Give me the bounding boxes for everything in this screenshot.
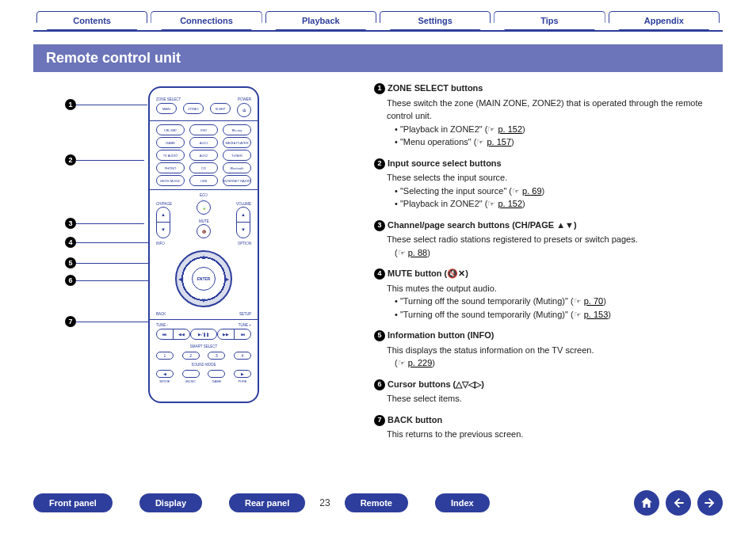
bullet-1: 1: [374, 83, 385, 94]
btn-dvd[interactable]: DVD: [189, 124, 218, 135]
btn-front-panel[interactable]: Front panel: [33, 493, 113, 512]
item-2: 2 Input source select buttonsThese selec…: [374, 157, 723, 211]
home-icon[interactable]: [634, 490, 659, 516]
btn-chpage[interactable]: ▲▼: [156, 207, 170, 238]
btn-game[interactable]: GAME: [156, 137, 185, 148]
btn-cblsat[interactable]: CBL/SAT: [156, 124, 185, 135]
btn-rear-panel[interactable]: Rear panel: [229, 493, 305, 512]
remote-wrap: ZONE SELECTPOWER MAIN ZONE2 SLEEP ⏻ CBL/…: [148, 86, 259, 449]
callout-2: 2: [65, 154, 144, 166]
btn-display[interactable]: Display: [139, 493, 202, 512]
callout-7: 7: [65, 316, 149, 327]
prev-page-icon[interactable]: [666, 490, 691, 516]
remote-body: ZONE SELECTPOWER MAIN ZONE2 SLEEP ⏻ CBL/…: [148, 86, 259, 403]
item-body: This returns to the previous screen.: [387, 428, 723, 441]
btn-pure[interactable]: ▶: [234, 370, 251, 378]
page-number: 23: [319, 497, 330, 508]
remote-illustration-area: 1 2 3 4 5 6 7 ZONE SELECTPOWER MAIN ZONE…: [33, 82, 374, 449]
item-body: These selects the input source.• "Select…: [387, 171, 723, 211]
top-nav-bar: Contents Connections Playback Settings T…: [0, 0, 756, 30]
item-3: 3 Channel/page search buttons (CH/PAGE ▲…: [374, 219, 723, 260]
bullet-3: 3: [374, 220, 385, 231]
tab-appendix[interactable]: Appendix: [609, 11, 720, 30]
chpage: CH/PAGE ▲▼: [156, 201, 172, 238]
item-body: These select items.: [387, 392, 723, 405]
btn-index[interactable]: Index: [435, 493, 490, 512]
tab-playback[interactable]: Playback: [265, 11, 376, 30]
page-link[interactable]: p. 229: [408, 358, 433, 367]
btn-enter[interactable]: ENTER: [192, 267, 216, 291]
tab-connections[interactable]: Connections: [151, 11, 262, 30]
bullet-6: 6: [374, 379, 385, 390]
item-body: This mutes the output audio.• "Turning o…: [387, 282, 723, 322]
main-content: 1 2 3 4 5 6 7 ZONE SELECTPOWER MAIN ZONE…: [0, 72, 756, 449]
page-link[interactable]: p. 69: [522, 186, 541, 196]
callout-3: 3: [65, 218, 144, 229]
tab-settings[interactable]: Settings: [380, 11, 491, 30]
nav-underline: [33, 30, 723, 32]
btn-power[interactable]: ⏻: [237, 103, 251, 117]
btn-smart-2[interactable]: 2: [182, 352, 200, 360]
btn-bluray[interactable]: Blu-ray: [223, 124, 251, 135]
btn-game-sm[interactable]: [208, 370, 225, 378]
item-body: These select radio stations registered t…: [387, 233, 723, 259]
btn-mute[interactable]: 🔇: [197, 224, 211, 238]
item-7: 7 BACK buttonThis returns to the previou…: [374, 413, 723, 441]
btn-tune-next[interactable]: ▶▶⏭: [217, 329, 251, 340]
btn-cd[interactable]: CD: [189, 162, 218, 173]
tab-contents[interactable]: Contents: [36, 11, 147, 30]
btn-tuner[interactable]: TUNER: [223, 150, 251, 161]
btn-music[interactable]: [182, 370, 200, 378]
page-link[interactable]: p. 70: [584, 296, 603, 306]
btn-volume[interactable]: ▲▼: [236, 207, 250, 238]
page-link[interactable]: p. 152: [498, 199, 522, 208]
callout-1: 1: [65, 99, 147, 110]
page-link[interactable]: p. 153: [584, 310, 609, 319]
page-link[interactable]: p. 157: [487, 137, 511, 147]
btn-aux2[interactable]: AUX2: [189, 150, 218, 161]
item-body: These switch the zone (MAIN ZONE, ZONE2)…: [387, 97, 723, 149]
btn-heos[interactable]: HEOS MUSIC: [156, 175, 185, 186]
page-title: Remote control unit: [33, 44, 723, 72]
item-6: 6 Cursor buttons (△▽◁▷)These select item…: [374, 378, 723, 405]
btn-usb[interactable]: USB: [189, 175, 218, 186]
btn-smart-3[interactable]: 3: [208, 352, 225, 360]
tab-tips[interactable]: Tips: [494, 11, 605, 30]
btn-sleep[interactable]: SLEEP: [210, 103, 231, 114]
item-5: 5 Information button (INFO)This displays…: [374, 329, 723, 370]
btn-eco[interactable]: 🍃: [197, 200, 211, 215]
volume: VOLUME ▲▼: [236, 201, 251, 238]
btn-play[interactable]: ▶/❚❚: [190, 329, 218, 340]
btn-tvaudio[interactable]: TV AUDIO: [156, 150, 185, 161]
btn-remote[interactable]: Remote: [345, 493, 408, 512]
next-page-icon[interactable]: [697, 490, 723, 516]
bullet-5: 5: [374, 330, 385, 341]
btn-phono[interactable]: PHONO: [156, 162, 185, 173]
btn-aux1[interactable]: AUX1: [189, 137, 218, 148]
btn-main[interactable]: MAIN: [156, 103, 177, 114]
btn-tune-prev[interactable]: ⏮◀◀: [156, 329, 190, 340]
bullet-4: 4: [374, 268, 385, 280]
btn-media[interactable]: MEDIA PLAYER: [223, 137, 251, 148]
callout-5: 5: [65, 257, 149, 268]
cursor-pad[interactable]: ▲▼◀▶ ENTER: [175, 250, 232, 307]
bullet-2: 2: [374, 158, 385, 169]
description-list: 1 ZONE SELECT buttonsThese switch the zo…: [374, 82, 723, 449]
btn-movie[interactable]: ◀: [156, 370, 174, 378]
btn-smart-4[interactable]: 4: [234, 352, 251, 360]
btn-zone2[interactable]: ZONE2: [183, 103, 204, 114]
item-body: This displays the status information on …: [387, 344, 723, 370]
bottom-bar: Front panel Display Rear panel 23 Remote…: [0, 490, 756, 516]
item-4: 4 MUTE button (🔇✕)This mutes the output …: [374, 267, 723, 321]
btn-bt[interactable]: Bluetooth: [223, 162, 251, 173]
page-link[interactable]: p. 152: [498, 124, 522, 134]
callout-6: 6: [65, 275, 162, 286]
btn-inet[interactable]: INTERNET RADIO: [223, 175, 251, 186]
bullet-7: 7: [374, 415, 385, 426]
item-1: 1 ZONE SELECT buttonsThese switch the zo…: [374, 82, 723, 149]
page-link[interactable]: p. 88: [408, 248, 427, 257]
btn-smart-1[interactable]: 1: [156, 352, 174, 360]
